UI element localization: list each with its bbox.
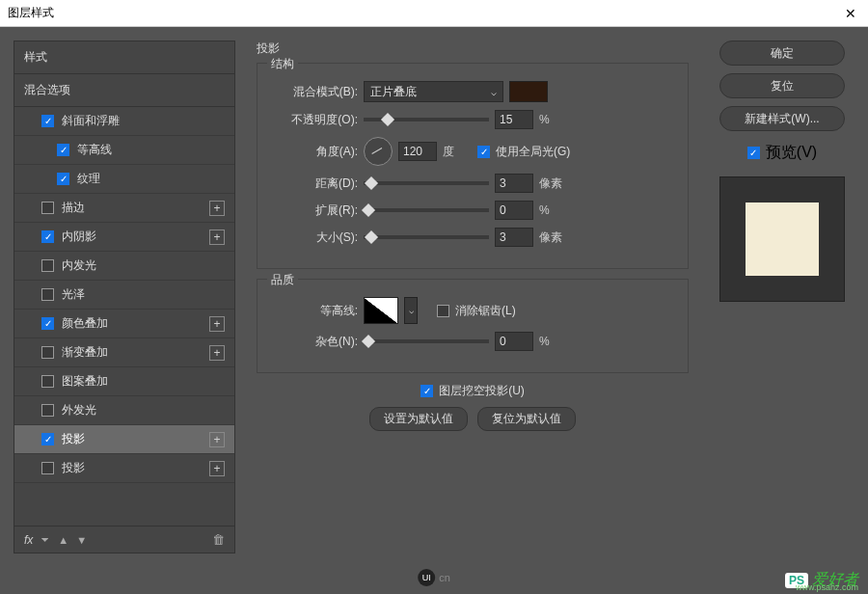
style-item-7[interactable]: 颜色叠加+ [14,310,234,338]
antialias-label: 消除锯齿(L) [455,303,516,319]
blend-mode-dropdown[interactable]: 正片叠底 [364,81,503,102]
style-checkbox[interactable] [41,346,54,359]
spread-label: 扩展(R): [271,202,358,219]
contour-picker[interactable] [364,297,398,324]
style-label: 外发光 [62,402,225,418]
size-slider[interactable] [364,235,489,239]
settings-panel: 投影 结构 混合模式(B): 正片叠底 不透明度(O): % 角度(A): 度 [249,40,696,554]
style-label: 光泽 [62,286,225,303]
style-checkbox[interactable] [57,144,69,156]
style-checkbox[interactable] [41,375,54,388]
window-title: 图层样式 [8,5,54,21]
knockout-label: 图层挖空投影(U) [439,383,525,399]
style-checkbox[interactable] [41,259,54,272]
style-label: 内阴影 [62,229,209,245]
style-item-8[interactable]: 渐变叠加+ [14,338,234,367]
style-label: 图案叠加 [62,373,225,390]
style-label: 渐变叠加 [62,344,209,361]
style-checkbox[interactable] [41,230,54,243]
styles-header[interactable]: 样式 [14,41,234,74]
plus-icon[interactable]: + [209,345,225,361]
noise-unit: % [539,335,568,348]
style-item-12[interactable]: 投影+ [14,454,234,483]
style-checkbox[interactable] [41,202,54,214]
size-input[interactable] [495,228,533,247]
preview-box [719,176,845,302]
style-checkbox[interactable] [41,462,54,474]
arrow-up-icon[interactable]: ▲ [58,534,68,546]
spread-slider[interactable] [364,208,489,212]
style-item-9[interactable]: 图案叠加 [14,367,234,396]
distance-slider[interactable] [364,181,489,185]
style-label: 投影 [62,460,209,476]
knockout-checkbox[interactable] [420,385,433,397]
antialias-checkbox[interactable] [437,305,449,317]
plus-icon[interactable]: + [209,461,225,476]
preview-swatch [746,202,819,276]
style-checkbox[interactable] [57,173,69,185]
style-item-6[interactable]: 光泽 [14,281,234,310]
noise-slider[interactable] [364,339,489,343]
style-checkbox[interactable] [41,433,54,446]
spread-input[interactable] [495,201,533,220]
fx-caret-icon[interactable]: ⏷ [41,534,50,545]
style-label: 内发光 [62,257,225,274]
style-label: 纹理 [77,171,225,187]
opacity-input[interactable] [495,110,533,129]
angle-dial[interactable] [364,137,393,166]
opacity-slider[interactable] [364,118,489,122]
style-item-2[interactable]: 纹理 [14,165,234,194]
make-default-button[interactable]: 设置为默认值 [369,407,468,431]
style-item-1[interactable]: 等高线 [14,136,234,165]
section-title: 投影 [257,40,689,57]
new-style-button[interactable]: 新建样式(W)... [719,106,845,131]
distance-label: 距离(D): [271,176,358,192]
opacity-label: 不透明度(O): [271,112,358,128]
style-item-3[interactable]: 描边+ [14,194,234,223]
watermark: PS 爱好者 www.psahz.com [785,570,858,590]
distance-unit: 像素 [539,176,568,192]
style-label: 颜色叠加 [62,315,209,332]
plus-icon[interactable]: + [209,432,225,447]
noise-label: 杂色(N): [271,334,358,350]
style-checkbox[interactable] [41,317,54,330]
style-item-0[interactable]: 斜面和浮雕 [14,107,234,136]
quality-legend: 品质 [267,272,298,288]
contour-dropdown-icon[interactable]: ⌵ [404,297,418,324]
style-label: 投影 [62,431,209,447]
style-item-10[interactable]: 外发光 [14,396,234,425]
plus-icon[interactable]: + [209,201,225,216]
action-panel: 确定 复位 新建样式(W)... 预览(V) [710,40,854,554]
ui-cn-watermark: UI cn [418,569,450,586]
global-light-label: 使用全局光(G) [496,144,570,160]
close-icon[interactable]: ✕ [841,6,860,21]
cancel-button[interactable]: 复位 [719,73,845,98]
style-checkbox[interactable] [41,404,54,417]
blend-options[interactable]: 混合选项 [14,74,234,107]
style-checkbox[interactable] [41,115,54,127]
noise-input[interactable] [495,332,533,351]
plus-icon[interactable]: + [209,230,225,245]
global-light-checkbox[interactable] [477,146,490,158]
distance-input[interactable] [495,174,533,193]
fx-label[interactable]: fx [24,533,33,547]
contour-label: 等高线: [271,303,358,319]
reset-default-button[interactable]: 复位为默认值 [477,407,576,431]
style-item-11[interactable]: 投影+ [14,425,234,454]
spread-unit: % [539,203,568,217]
arrow-down-icon[interactable]: ▼ [76,534,87,546]
color-swatch[interactable] [509,81,548,102]
trash-icon[interactable]: 🗑 [212,532,225,547]
angle-label: 角度(A): [271,144,358,160]
preview-checkbox[interactable] [747,147,760,159]
angle-input[interactable] [398,142,437,161]
style-item-4[interactable]: 内阴影+ [14,223,234,252]
quality-fieldset: 品质 等高线: ⌵ 消除锯齿(L) 杂色(N): % [257,279,689,373]
style-checkbox[interactable] [41,288,54,301]
opacity-unit: % [539,113,568,126]
style-label: 斜面和浮雕 [62,113,225,129]
style-item-5[interactable]: 内发光 [14,252,234,281]
ok-button[interactable]: 确定 [719,40,845,66]
styles-panel: 样式 混合选项 斜面和浮雕等高线纹理描边+内阴影+内发光光泽颜色叠加+渐变叠加+… [14,40,235,554]
plus-icon[interactable]: + [209,316,225,332]
